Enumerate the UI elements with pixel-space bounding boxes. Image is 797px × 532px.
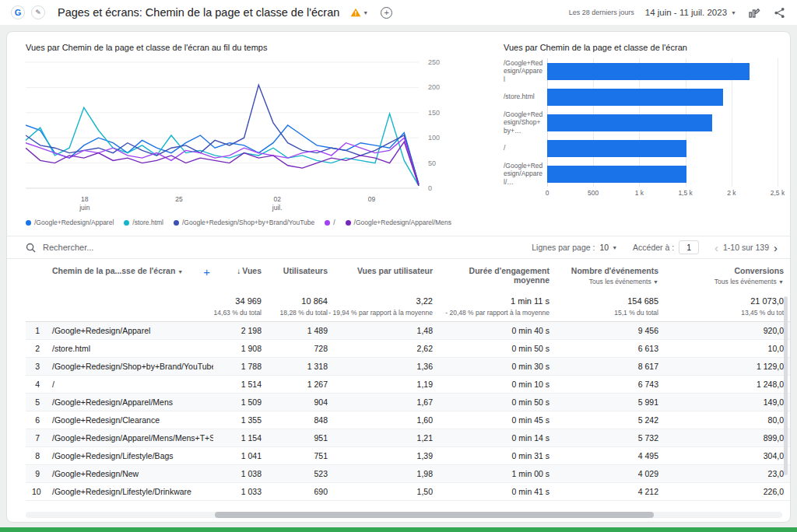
conversions-filter-dropdown[interactable]: Tous les événements ▼: [671, 278, 784, 285]
views-per-user-cell: 1,60: [334, 411, 439, 429]
chevron-down-icon: ▼: [653, 279, 658, 285]
page-path-header[interactable]: Chemin de la pa...sse de l'écran ▼ +: [46, 259, 213, 292]
edit-report-icon[interactable]: ✎: [31, 5, 45, 19]
views-cell: 2 198: [213, 321, 268, 339]
add-column-button[interactable]: +: [203, 265, 210, 278]
bar[interactable]: [547, 63, 750, 80]
legend-item[interactable]: /Google+Redesign/Apparel: [26, 219, 114, 226]
totals-cell: 1 min 11 s- 20,48 % par rapport à la moy…: [439, 292, 556, 321]
bar-row: /Google+Redesign/Shop+by+…: [504, 110, 778, 135]
row-index-cell: 3: [26, 357, 46, 375]
engagement-cell: 0 min 31 s: [439, 446, 556, 464]
views-cell: 1 154: [213, 429, 268, 446]
x-axis-label: 18juin: [79, 195, 90, 212]
x-axis-label: 25: [175, 195, 182, 204]
users-cell: 523: [268, 464, 334, 482]
analytics-logo[interactable]: G: [11, 5, 25, 19]
x-axis-label: 1 k: [635, 189, 644, 197]
events-header[interactable]: Nombre d'événements Tous les événements …: [556, 259, 665, 292]
table-row[interactable]: 5/Google+Redesign/Apparel/Mens1 5099041,…: [26, 393, 791, 411]
search-input[interactable]: [43, 243, 214, 252]
svg-text:50: 50: [428, 159, 436, 167]
table-row[interactable]: 7/Google+Redesign/Apparel/Mens/Mens+T+Sh…: [26, 429, 791, 446]
bar-row: /: [504, 135, 778, 161]
bar[interactable]: [547, 114, 712, 131]
legend-item[interactable]: /Google+Redesign/Shop+by+Brand/YouTube: [174, 219, 314, 226]
engagement-header[interactable]: Durée d'engagement moyenne: [439, 259, 556, 292]
users-cell: 1 318: [268, 357, 334, 375]
table-row[interactable]: 10/Google+Redesign/Lifestyle/Drinkware1 …: [26, 482, 791, 500]
legend-item[interactable]: /Google+Redesign/Apparel/Mens: [346, 219, 451, 226]
views-per-user-header[interactable]: Vues par utilisateur: [334, 259, 439, 292]
events-cell: 5 242: [556, 411, 665, 429]
horizontal-scrollbar[interactable]: [26, 512, 782, 518]
bar-chart-panel: Vues par Chemin de la page et classe de …: [504, 43, 778, 226]
conversions-cell: 226,0: [665, 482, 791, 500]
rows-per-page-label: Lignes par page :: [532, 243, 595, 252]
table-row[interactable]: 8/Google+Redesign/Lifestyle/Bags1 041751…: [26, 446, 791, 464]
line-series[interactable]: [26, 85, 419, 184]
page-path-cell: /Google+Redesign/Shop+by+Brand/YouTube: [46, 357, 213, 375]
conversions-cell: 304,0: [665, 446, 791, 464]
svg-text:250: 250: [428, 58, 440, 66]
views-cell: 1 038: [213, 464, 268, 482]
totals-cell: 154 68515,1 % du total: [556, 292, 665, 321]
rows-per-page-select[interactable]: 10 ▼: [599, 243, 617, 252]
bar-category-label: /: [504, 144, 547, 152]
legend-item[interactable]: /: [325, 219, 335, 226]
page-title: Pages et écrans: Chemin de la page et cl…: [58, 6, 339, 19]
table-row[interactable]: 1/Google+Redesign/Apparel2 1981 4891,480…: [26, 321, 791, 339]
row-index-header: [26, 259, 46, 292]
table-row[interactable]: 4/1 5141 2671,190 min 10 s6 7431 248,0: [26, 375, 791, 393]
bar[interactable]: [547, 89, 723, 106]
table-row[interactable]: 6/Google+Redesign/Clearance1 3558481,600…: [26, 411, 791, 429]
vertical-scrollbar[interactable]: [784, 296, 788, 475]
warning-icon: [350, 8, 361, 17]
legend-dot-icon: [346, 220, 351, 226]
table-row[interactable]: 3/Google+Redesign/Shop+by+Brand/YouTube1…: [26, 357, 791, 375]
table-header-row: Chemin de la pa...sse de l'écran ▼ + ↓Vu…: [26, 259, 791, 292]
line-chart[interactable]: 250200150100500: [26, 58, 450, 194]
conversions-cell: 149,0: [665, 393, 791, 411]
line-series[interactable]: [26, 142, 419, 185]
top-header: G ✎ Pages et écrans: Chemin de la page e…: [0, 0, 797, 25]
line-series[interactable]: [26, 107, 419, 186]
share-icon[interactable]: [772, 5, 786, 19]
x-axis-label: 0: [546, 189, 549, 197]
row-index-cell: 4: [26, 375, 46, 393]
users-header[interactable]: Utilisateurs: [268, 259, 334, 292]
events-cell: 6 613: [556, 339, 665, 357]
customize-report-icon[interactable]: [747, 5, 761, 19]
table-row[interactable]: 9/Google+Redesign/New1 0385231,981 min 0…: [26, 464, 791, 482]
events-filter-dropdown[interactable]: Tous les événements ▼: [562, 278, 658, 285]
table-row[interactable]: 2/store.html1 9087282,620 min 50 s6 6131…: [26, 339, 791, 357]
conversions-header[interactable]: Conversions Tous les événements ▼: [665, 259, 791, 292]
users-cell: 751: [268, 446, 334, 464]
search-box[interactable]: [26, 243, 532, 253]
row-index-cell: 8: [26, 446, 46, 464]
events-cell: 4 212: [556, 482, 665, 500]
bar[interactable]: [547, 166, 686, 183]
bar-chart[interactable]: /Google+Redesign/Apparel/store.html/Goog…: [504, 58, 778, 187]
svg-text:200: 200: [428, 83, 440, 91]
date-range-selector[interactable]: 14 juin - 11 juil. 2023 ▼: [645, 8, 736, 17]
views-header[interactable]: ↓Vues: [213, 259, 268, 292]
search-icon: [26, 243, 36, 253]
users-cell: 728: [268, 339, 334, 357]
data-warning-button[interactable]: ▼: [350, 8, 368, 17]
users-cell: 848: [268, 411, 334, 429]
legend-item[interactable]: /store.html: [124, 219, 163, 226]
events-cell: 5 991: [556, 393, 665, 411]
goto-page-input[interactable]: 1: [679, 240, 699, 254]
x-axis-label: 500: [588, 189, 599, 197]
page-path-cell: /: [46, 375, 213, 393]
views-per-user-cell: 1,19: [334, 375, 439, 393]
scrollbar-thumb[interactable]: [215, 512, 654, 518]
legend-label: /store.html: [132, 219, 163, 226]
bar-chart-x-axis: 05001 k1,5 k2 k2,5 k: [547, 189, 778, 200]
bar[interactable]: [547, 140, 686, 157]
previous-page-button[interactable]: ‹: [714, 242, 718, 254]
add-comparison-button[interactable]: +: [381, 7, 392, 19]
page-path-cell: /Google+Redesign/Clearance: [46, 411, 213, 429]
next-page-button[interactable]: ›: [774, 242, 778, 254]
